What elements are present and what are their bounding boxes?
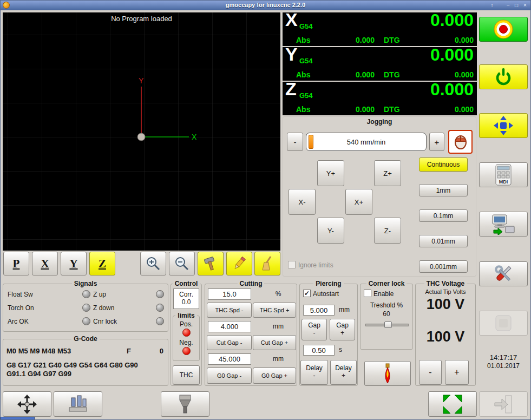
jog-x-minus-button[interactable]: X-: [289, 189, 316, 215]
dro-axis-y[interactable]: Y G54 0.000 Abs 0.000 DTG 0.000: [283, 47, 477, 81]
tool-change-button[interactable]: [161, 391, 209, 417]
limits-frame: limits Pos. Neg.: [173, 316, 200, 361]
cut-gap-plus-button[interactable]: Cut Gap +: [253, 335, 296, 350]
jog-increment-001mm-button[interactable]: 0.01mm: [419, 235, 468, 247]
g0-gap-entry[interactable]: 45.000: [208, 353, 251, 365]
view-z-button[interactable]: Z: [89, 252, 115, 275]
back-button: [479, 391, 528, 417]
jog-y-plus-button[interactable]: Y+: [317, 160, 344, 186]
pierce-delay-plus-button[interactable]: Delay +: [330, 360, 357, 385]
preview-message: No Program loaded: [3, 15, 280, 23]
jog-increment-01mm-button[interactable]: 0.1mm: [419, 209, 468, 222]
thc-voltage-frame: THC Voltage Actual Tip Volts 100 V 100 V…: [415, 284, 476, 386]
jog-feed-slider[interactable]: 540 mm/min: [306, 133, 427, 151]
cnr-lock-led: [156, 317, 164, 325]
emergency-stop-button[interactable]: [479, 17, 528, 42]
thc-button[interactable]: THC: [173, 365, 200, 385]
clear-plot-button[interactable]: [254, 252, 280, 275]
volts-minus-button[interactable]: -: [419, 360, 442, 385]
zoom-out-button[interactable]: [169, 252, 195, 275]
cut-gap-entry[interactable]: 4.000: [208, 321, 251, 332]
jog-increment-001mm-label: 0.01mm: [431, 238, 455, 245]
actual-volts-value: 100 V: [416, 296, 475, 313]
exit-arrow-icon: [493, 393, 514, 415]
titlebar[interactable]: gmoccapy for linuxcnc 2.2.0 ↑ − □ ×: [1, 1, 530, 10]
jog-with-mouse-button[interactable]: [448, 130, 473, 154]
probe-button[interactable]: [54, 391, 102, 417]
view-perspective-button[interactable]: P: [3, 252, 29, 275]
g0-gap-plus-button[interactable]: G0 Gap +: [253, 368, 296, 384]
mdi-button[interactable]: MDI: [479, 162, 528, 187]
dro-axis-x[interactable]: X G54 0.000 Abs 0.000 DTG 0.000: [283, 12, 477, 46]
threshold-value: 60: [360, 310, 412, 318]
corner-lock-enable-checkbox[interactable]: [364, 290, 371, 297]
threshold-slider[interactable]: [365, 321, 409, 329]
preview-canvas[interactable]: X Y No Program loaded: [3, 12, 280, 251]
volts-plus-button[interactable]: +: [445, 360, 469, 385]
pierce-delay-minus-button[interactable]: Delay -: [300, 360, 328, 385]
jog-y-minus-button[interactable]: Y-: [317, 218, 344, 244]
correction-display[interactable]: Corr. 0.0: [173, 288, 199, 309]
view-x-button[interactable]: X: [32, 252, 58, 275]
jog-feed-minus-button[interactable]: -: [287, 133, 303, 151]
pierce-gap-entry[interactable]: 5.000: [303, 305, 335, 316]
view-z-label: Z: [99, 257, 106, 271]
feed-value: 0: [160, 347, 163, 355]
minimize-button[interactable]: −: [504, 2, 512, 9]
jog-z-minus-button[interactable]: Z-: [374, 218, 401, 244]
torch-button[interactable]: [364, 361, 411, 386]
jog-arrows-icon: [493, 115, 514, 136]
view-y-button[interactable]: Y: [61, 252, 87, 275]
offsets-button[interactable]: [3, 391, 51, 417]
g0-gap-minus-label: G0 Gap -: [217, 372, 241, 379]
jog-continuous-button[interactable]: Continuous: [419, 158, 468, 172]
jog-increment-0001mm-label: 0.001mm: [430, 263, 457, 271]
signals-title: Signals: [72, 280, 100, 287]
cut-speed-entry[interactable]: 15.0: [208, 288, 251, 300]
pierce-gap-plus-sign: +: [340, 330, 344, 337]
pierce-gap-plus-button[interactable]: Gap +: [330, 319, 355, 340]
arc-ok-led: [82, 317, 90, 325]
maximize-button[interactable]: □: [513, 2, 520, 9]
axis-y-value: 0.000: [430, 45, 474, 65]
clock-time: 14:17:17: [479, 353, 528, 362]
close-button[interactable]: ×: [521, 2, 529, 9]
jog-z-plus-button[interactable]: Z+: [374, 160, 401, 186]
dimensions-button[interactable]: [226, 252, 252, 275]
jog-feed-plus-button[interactable]: +: [429, 133, 444, 151]
jog-x-plus-button[interactable]: X+: [345, 189, 372, 215]
cutting-title: Cutting: [238, 280, 265, 287]
settings-tools-button[interactable]: [479, 261, 528, 286]
clock-date: 01.01.2017: [479, 362, 528, 370]
zoom-in-button[interactable]: [140, 252, 166, 275]
thc-speed-minus-button[interactable]: THC Spd -: [207, 303, 252, 318]
pierce-delay-plus-sign: +: [342, 372, 345, 380]
threshold-slider-handle[interactable]: [384, 321, 392, 328]
pierce-delay-entry[interactable]: 0.50: [303, 345, 335, 356]
gcode-frame: G-Code M0 M5 M9 M48 M53 F 0 G8 G17 G21 G…: [3, 339, 168, 386]
tool-measure-button[interactable]: [198, 252, 224, 275]
jog-increment-1mm-button[interactable]: 1mm: [419, 184, 468, 196]
g0-gap-minus-button[interactable]: G0 Gap -: [207, 368, 252, 384]
machine-setup-button[interactable]: [479, 212, 528, 237]
thc-speed-plus-button[interactable]: THC Spd +: [253, 303, 296, 318]
volts-minus-label: -: [429, 368, 431, 377]
bottom-panel-indicator: [1, 417, 35, 420]
shade-button[interactable]: ↑: [488, 2, 496, 9]
axis-z-abs-value: 0.000: [337, 105, 375, 114]
pierce-gap-minus-button[interactable]: Gap -: [301, 319, 327, 340]
cut-gap-minus-button[interactable]: Cut Gap -: [207, 335, 252, 350]
machine-on-button[interactable]: [479, 64, 528, 89]
show-jog-panel-button[interactable]: [479, 113, 528, 138]
hammer-icon: [202, 255, 219, 272]
autostart-checkbox[interactable]: ✓: [303, 290, 311, 297]
target-volts-value: 100 V: [416, 329, 475, 345]
dro-axis-z[interactable]: Z G54 0.000 Abs 0.000 DTG 0.000: [283, 82, 477, 115]
axis-y-abs-label: Abs: [296, 70, 310, 79]
view-y-label: Y: [69, 257, 77, 271]
jog-increment-0001mm-button[interactable]: 0.001mm: [419, 260, 468, 273]
pencil-icon: [231, 255, 247, 272]
thc-voltage-title: THC Voltage: [424, 280, 467, 287]
ignore-limits-checkbox[interactable]: [288, 261, 296, 268]
fullscreen-button[interactable]: [428, 391, 477, 417]
